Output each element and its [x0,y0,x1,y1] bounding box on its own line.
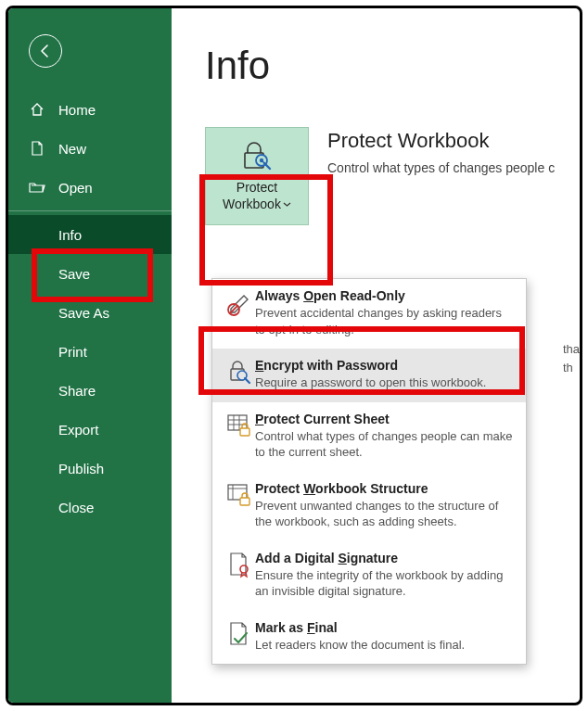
home-icon [29,101,45,118]
sidebar-item-label: Print [58,344,87,360]
pencil-forbidden-icon [224,288,255,337]
lock-key-icon [224,358,255,391]
sidebar-item-print[interactable]: Print [8,332,172,371]
menu-item-protect-sheet[interactable]: Protect Current Sheet Control what types… [212,402,526,472]
menu-item-desc: Ensure the integrity of the workbook by … [255,567,515,600]
menu-item-title: Protect Workbook Structure [255,481,515,496]
sidebar-item-label: Info [58,227,82,243]
sidebar-item-save[interactable]: Save [8,254,172,293]
new-file-icon [29,140,45,157]
blank-icon [29,382,45,399]
protect-section-text: Protect Workbook Control what types of c… [327,127,555,225]
sidebar-divider [8,210,172,211]
sidebar-item-label: Save As [58,305,109,321]
sidebar-item-label: Share [58,383,96,399]
back-arrow-icon [38,44,53,58]
sidebar-item-label: Publish [58,461,104,476]
protect-section-sub: Control what types of changes people c [327,160,555,175]
menu-item-title: Mark as Final [255,620,515,635]
blank-icon [29,226,45,243]
sidebar-item-label: Export [58,422,98,438]
menu-item-title: Always Open Read-Only [255,288,515,303]
protect-workbook-label: Protect [236,180,277,197]
sidebar-item-label: Open [58,180,93,196]
menu-item-desc: Require a password to open this workbook… [255,375,515,391]
sidebar-item-publish[interactable]: Publish [8,449,172,488]
sidebar-item-export[interactable]: Export [8,410,172,449]
sidebar-item-home[interactable]: Home [8,90,172,129]
protect-workbook-menu: Always Open Read-Only Prevent accidental… [211,278,527,665]
sheet-lock-icon [224,412,255,461]
sidebar-item-saveas[interactable]: Save As [8,293,172,332]
document-check-icon [224,620,255,654]
lock-key-icon [239,140,275,174]
blank-icon [29,421,45,438]
blank-icon [29,499,45,515]
open-folder-icon [29,179,45,196]
sidebar-item-new[interactable]: New [8,129,172,168]
sidebar-item-label: Close [58,500,94,515]
sidebar-item-share[interactable]: Share [8,371,172,410]
page-title: Info [205,44,580,88]
menu-item-title: Encrypt with Password [255,358,515,373]
backstage-sidebar: Home New Open Info Save Save As [8,8,172,703]
blank-icon [29,304,45,321]
menu-item-read-only[interactable]: Always Open Read-Only Prevent accidental… [212,279,526,349]
svg-rect-9 [240,498,249,505]
menu-item-desc: Let readers know the document is final. [255,637,515,654]
sidebar-item-label: New [58,141,86,157]
protect-workbook-label-2: Workbook [223,197,291,213]
sidebar-item-open[interactable]: Open [8,168,172,207]
side-cropped-text: tha th [563,340,580,376]
menu-item-desc: Prevent accidental changes by asking rea… [255,305,515,337]
menu-item-protect-structure[interactable]: Protect Workbook Structure Prevent unwan… [212,472,526,541]
blank-icon [29,460,45,476]
sidebar-item-info[interactable]: Info [8,215,172,254]
menu-item-desc: Prevent unwanted changes to the structur… [255,498,515,530]
svg-rect-7 [240,428,249,436]
menu-item-title: Add a Digital Signature [255,551,515,565]
menu-item-mark-final[interactable]: Mark as Final Let readers know the docum… [212,611,526,665]
blank-icon [29,265,45,282]
svg-point-10 [240,565,248,573]
sidebar-item-label: Home [58,102,96,118]
sidebar-item-close[interactable]: Close [8,488,172,527]
protect-section-header: Protect Workbook [327,129,555,153]
back-button[interactable] [29,34,62,68]
menu-item-digital-signature[interactable]: Add a Digital Signature Ensure the integ… [212,541,526,611]
chevron-down-icon [283,200,291,209]
protect-workbook-section: Protect Workbook Protect Workbook Contro… [205,127,580,225]
signature-ribbon-icon [224,551,255,600]
menu-item-desc: Control what types of changes people can… [255,428,515,461]
workbook-lock-icon [224,481,255,530]
protect-workbook-button[interactable]: Protect Workbook [205,127,309,225]
blank-icon [29,343,45,360]
menu-item-title: Protect Current Sheet [255,412,515,426]
menu-item-encrypt-password[interactable]: Encrypt with Password Require a password… [212,349,526,402]
sidebar-item-label: Save [58,266,90,282]
